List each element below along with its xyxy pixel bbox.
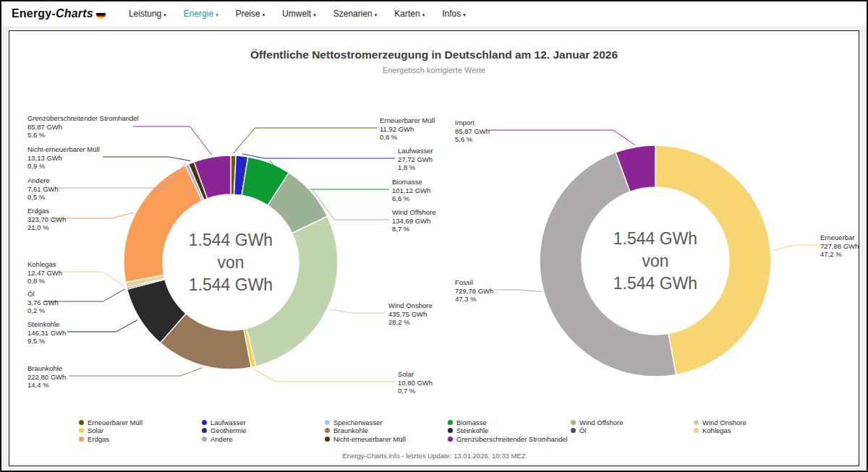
legend-dot-icon	[571, 420, 576, 425]
legend-item-kohlegas[interactable]: Kohlegas	[694, 427, 817, 435]
legend-item-braunkohle[interactable]: Braunkohle	[325, 427, 448, 435]
legend-dot-icon	[79, 437, 84, 442]
slice-value: 222,80 GWh	[27, 373, 66, 382]
legend-column: LaufwasserGeothermieAndere	[202, 419, 325, 443]
slice-label-grenz-berschreitender-stromhandel: Grenzüberschreitender Stromhandel85,87 G…	[27, 114, 139, 140]
slice-name: Erneuerbar	[820, 233, 859, 242]
label-connector-line	[773, 245, 817, 250]
legend-item-label: Speicherwasser	[333, 419, 383, 426]
slice-label-steinkohle: Steinkohle146,31 GWh9,5 %	[27, 320, 66, 346]
legend-item-wind-offshore[interactable]: Wind Offshore	[571, 419, 694, 426]
nav-item-label: Preise	[236, 9, 260, 19]
energy-charts-page: Energy-Charts Leistung▾Energie▾Preise▾Um…	[0, 0, 868, 472]
legend-item-label: Braunkohle	[333, 426, 368, 434]
nav-item-label: Umwelt	[282, 9, 311, 19]
slice-percent: 9,5 %	[27, 337, 66, 346]
chevron-down-icon: ▾	[313, 12, 316, 17]
slice-percent: 47,3 %	[455, 295, 493, 304]
slice-value: 134,69 GWh	[392, 217, 436, 226]
legend-item-nicht-erneuerbarer-m-ll[interactable]: Nicht-erneuerbarer Müll	[325, 435, 448, 443]
legend-item-grenz-berschreitender-stromhandel[interactable]: Grenzüberschreitender Stromhandel	[448, 435, 571, 443]
legend-dot-icon	[448, 428, 453, 433]
slice-percent: 0,7 %	[398, 387, 433, 395]
center-label-line: 1.544 GWh	[613, 273, 697, 295]
nav-item-szenarien[interactable]: Szenarien▾	[333, 9, 378, 19]
slice-value: 27,72 GWh	[398, 155, 433, 164]
legend-item-label: Grenzüberschreitender Stromhandel	[456, 435, 568, 443]
slice-value: 729,78 GWh	[455, 287, 493, 296]
slice-name: Grenzüberschreitender Stromhandel	[27, 114, 139, 123]
legend-column: Wind OffshoreÖl	[571, 419, 694, 443]
german-flag-icon	[96, 13, 106, 19]
slice-percent: 5,6 %	[27, 131, 139, 140]
slice-name: Erneuerbarer Müll	[380, 116, 435, 125]
slice-label-erdgas: Erdgas323,70 GWh21,0 %	[27, 207, 66, 232]
legend-item-erdgas[interactable]: Erdgas	[79, 435, 202, 443]
slice-label-erneuerbarer-m-ll: Erneuerbarer Müll11,92 GWh0,8 %	[380, 116, 435, 142]
legend-item-andere[interactable]: Andere	[202, 435, 325, 443]
legend-item-speicherwasser[interactable]: Speicherwasser	[325, 419, 448, 426]
legend-dot-icon	[202, 420, 207, 425]
legend-item-label: Steinkohle	[456, 426, 488, 434]
nav-item-label: Szenarien	[333, 9, 373, 19]
legend-item-erneuerbarer-m-ll[interactable]: Erneuerbarer Müll	[79, 419, 202, 426]
legend-dot-icon	[202, 437, 207, 442]
label-connector-line	[103, 157, 190, 161]
nav-item-leistung[interactable]: Leistung▾	[129, 9, 166, 19]
nav-item-karten[interactable]: Karten▾	[394, 9, 425, 19]
label-connector-line	[242, 154, 395, 158]
donut-center-label: 1.544 GWhvon1.544 GWh	[189, 229, 273, 296]
legend-dot-icon	[448, 420, 453, 425]
slice-label-braunkohle: Braunkohle222,80 GWh14,4 %	[27, 364, 66, 390]
nav-item-energie[interactable]: Energie▾	[184, 9, 218, 19]
label-connector-line	[60, 272, 124, 286]
legend-column: SpeicherwasserBraunkohleNicht-erneuerbar…	[325, 419, 448, 443]
slice-name: Nicht-erneuerbarer Müll	[27, 145, 100, 154]
legend-dot-icon	[202, 428, 207, 433]
slice-percent: 1,8 %	[398, 163, 433, 172]
legend-item-laufwasser[interactable]: Laufwasser	[202, 419, 325, 426]
legend-item-biomasse[interactable]: Biomasse	[448, 419, 571, 426]
slice-value: 3,76 GWh	[27, 299, 59, 307]
chevron-down-icon: ▾	[263, 12, 265, 17]
legend-item-steinkohle[interactable]: Steinkohle	[448, 427, 571, 435]
legend-item-label: Nicht-erneuerbarer Müll	[333, 435, 406, 443]
legend-item-geothermie[interactable]: Geothermie	[202, 427, 325, 435]
nav-item-infos[interactable]: Infos▾	[442, 9, 466, 19]
slice-label-wind-offshore: Wind Offshore134,69 GWh8,7 %	[392, 208, 436, 233]
slice-percent: 47,2 %	[820, 250, 859, 259]
legend-item-l[interactable]: Öl	[571, 427, 694, 435]
nav-item-umwelt[interactable]: Umwelt▾	[282, 9, 316, 19]
chevron-down-icon: ▾	[375, 12, 378, 17]
logo[interactable]: Energy-Charts	[12, 7, 106, 20]
footer-update-note: Energy-Charts.info - letztes Update: 13.…	[9, 452, 859, 460]
legend-item-label: Öl	[579, 426, 587, 434]
slice-value: 323,70 GWh	[27, 215, 66, 224]
slice-label-solar: Solar10,80 GWh0,7 %	[398, 370, 433, 395]
legend-item-wind-onshore[interactable]: Wind Onshore	[694, 419, 817, 426]
slice-value: 10,80 GWh	[398, 379, 433, 387]
slice-value: 13,13 GWh	[27, 154, 100, 163]
nav-item-label: Leistung	[129, 9, 161, 19]
slice-label-wind-onshore: Wind Onshore435,75 GWh28,2 %	[388, 301, 433, 327]
legend-item-label: Andere	[210, 435, 233, 443]
legend-column: BiomasseSteinkohleGrenzüberschreitender …	[448, 419, 571, 443]
slice-name: Braunkohle	[27, 364, 66, 373]
legend-item-label: Solar	[88, 426, 103, 434]
slice-percent: 6,6 %	[392, 194, 430, 203]
legend-item-solar[interactable]: Solar	[79, 427, 202, 435]
legend-item-label: Laufwasser	[210, 419, 246, 426]
slice-percent: 0,8 %	[380, 133, 435, 142]
legend-item-label: Erneuerbarer Müll	[88, 419, 142, 426]
legend-column: Erneuerbarer MüllSolarErdgas	[79, 419, 202, 443]
page-content: Öffentliche Nettostromerzeugung in Deuts…	[1, 26, 867, 471]
center-label-line: 1.544 GWh	[613, 228, 697, 250]
slice-percent: 8,7 %	[392, 225, 436, 233]
top-navigation-bar: Energy-Charts Leistung▾Energie▾Preise▾Um…	[1, 1, 867, 26]
nav-item-preise[interactable]: Preise▾	[236, 9, 265, 19]
chart-legend: Erneuerbarer MüllSolarErdgasLaufwasserGe…	[79, 419, 859, 443]
legend-item-label: Geothermie	[210, 426, 247, 434]
nav-item-label: Karten	[394, 9, 420, 19]
label-connector-line	[69, 368, 203, 376]
slice-value: 7,61 GWh	[27, 185, 59, 194]
